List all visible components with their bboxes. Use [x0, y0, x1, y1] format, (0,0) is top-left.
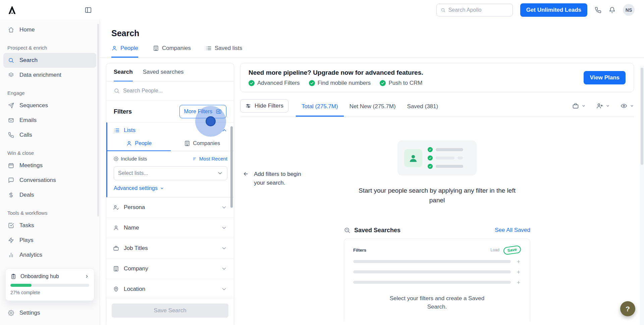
- sidebar-item-sequences[interactable]: Sequences: [3, 98, 96, 113]
- view-plans-button[interactable]: View Plans: [584, 71, 626, 84]
- sidebar-item-meetings[interactable]: Meetings: [3, 158, 96, 173]
- home-icon: [8, 27, 14, 33]
- check-icon: [249, 80, 255, 86]
- sidebar-item-plays[interactable]: Plays: [3, 233, 96, 248]
- sidebar-item-label: Home: [19, 26, 35, 33]
- tab-saved-lists[interactable]: Saved lists: [206, 45, 242, 58]
- select-lists-dropdown[interactable]: Select lists...: [114, 166, 227, 180]
- search-icon: [441, 8, 445, 12]
- sidebar-item-emails[interactable]: Emails: [3, 113, 96, 128]
- notifications-button[interactable]: [609, 7, 615, 13]
- sidebar-item-tasks[interactable]: Tasks: [3, 218, 96, 233]
- page-title: Search: [111, 28, 644, 38]
- check-square-icon: [8, 222, 14, 229]
- global-search-input[interactable]: [448, 7, 508, 13]
- more-filters-button[interactable]: More Filters: [179, 105, 226, 118]
- page-scrollbar-thumb[interactable]: [641, 68, 643, 165]
- tab-companies[interactable]: Companies: [153, 45, 191, 58]
- person-avatar-illustration: [404, 149, 422, 167]
- onboarding-progress-track: [10, 284, 89, 287]
- filter-section-name[interactable]: Name: [106, 218, 234, 238]
- sidebar-item-search[interactable]: Search: [3, 53, 96, 68]
- saved-searches-card[interactable]: Filters Load Save Select your filters an…: [344, 239, 530, 321]
- chevron-right-icon: [85, 274, 89, 279]
- save-search-button[interactable]: Save Search: [112, 304, 228, 318]
- results-toolbar: Hide Filters Total (275.7M) Net New (275…: [240, 97, 634, 117]
- filter-section-persona[interactable]: Persona: [106, 197, 234, 218]
- tab-filter-search[interactable]: Search: [114, 63, 133, 81]
- filter-panel-footer: Save Search: [106, 299, 234, 325]
- tab-total[interactable]: Total (275.7M): [296, 97, 344, 117]
- upgrade-banner: Need more pipeline? Upgrade now for adva…: [240, 63, 634, 92]
- tab-saved-searches[interactable]: Saved searches: [143, 63, 184, 81]
- advanced-settings-link[interactable]: Advanced settings: [107, 180, 234, 197]
- saved-search-icon: [344, 227, 351, 234]
- search-icon: [114, 88, 120, 94]
- saved-searches-header: Saved Searches See All Saved: [344, 227, 530, 234]
- tab-net-new[interactable]: Net New (275.7M): [344, 97, 401, 117]
- list-icon: [206, 45, 212, 51]
- lists-tab-label: Companies: [193, 140, 220, 146]
- sidebar-item-settings[interactable]: Settings: [3, 306, 96, 320]
- global-search[interactable]: [436, 4, 513, 16]
- people-search-input[interactable]: [123, 88, 226, 94]
- filter-panel-scrollbar[interactable]: [230, 126, 233, 208]
- dialer-button[interactable]: [595, 7, 601, 13]
- see-all-saved-link[interactable]: See All Saved: [495, 227, 530, 234]
- help-button[interactable]: ?: [620, 301, 635, 316]
- view-menu-button[interactable]: [621, 103, 634, 109]
- phone-icon: [8, 132, 14, 138]
- people-search-field[interactable]: [106, 81, 234, 101]
- sidebar-item-analytics[interactable]: Analytics: [3, 248, 96, 262]
- lists-tab-people[interactable]: People: [107, 137, 171, 151]
- hide-filters-button[interactable]: Hide Filters: [240, 99, 288, 113]
- arrow-left-icon: [243, 171, 249, 177]
- briefcase-icon: [113, 245, 119, 251]
- panel-open-icon: [216, 109, 222, 115]
- add-people-menu-button[interactable]: [596, 103, 610, 109]
- toolbar-actions: [572, 103, 634, 109]
- filter-panel: Search Saved searches Filters More Filte…: [106, 63, 234, 325]
- mini-filters-label: Filters: [353, 248, 490, 253]
- filter-section-lists-header[interactable]: Lists: [107, 123, 234, 137]
- lists-tab-companies[interactable]: Companies: [171, 137, 234, 151]
- add-filters-hint: Add filters to begin your search.: [243, 170, 313, 187]
- filter-section-company[interactable]: Company: [106, 259, 234, 279]
- filter-section-location[interactable]: Location: [106, 279, 234, 299]
- sidebar-item-calls[interactable]: Calls: [3, 128, 96, 142]
- plus-icon: [516, 280, 521, 285]
- sort-most-recent[interactable]: Most Recent: [193, 156, 227, 161]
- sidebar-item-home[interactable]: Home: [3, 22, 96, 37]
- sidebar-item-deals[interactable]: Deals: [3, 188, 96, 202]
- person-fill-icon: [408, 153, 418, 163]
- sidebar-item-label: Data enrichment: [19, 72, 61, 78]
- onboarding-progress-label: 27% complete: [10, 290, 89, 295]
- saved-card-caption: Select your filters and create a Saved S…: [383, 294, 491, 311]
- export-menu-button[interactable]: [572, 103, 586, 109]
- page-scrollbar[interactable]: [640, 66, 644, 325]
- topbar: Get Unlimited Leads NS: [0, 0, 644, 20]
- sidebar-item-data-enrichment[interactable]: Data enrichment: [3, 68, 96, 82]
- feature-push-crm: Push to CRM: [380, 80, 422, 86]
- filter-section-title: Location: [124, 286, 216, 292]
- tab-people[interactable]: People: [111, 45, 138, 58]
- get-unlimited-leads-button[interactable]: Get Unlimited Leads: [520, 3, 587, 17]
- building-icon: [153, 45, 159, 51]
- sidebar-toggle-icon[interactable]: [85, 6, 92, 14]
- check-icon: [309, 80, 315, 86]
- onboarding-hub-card[interactable]: Onboarding hub 27% complete: [5, 268, 94, 301]
- sidebar-item-conversations[interactable]: Conversations: [3, 173, 96, 188]
- advanced-settings-label: Advanced settings: [114, 185, 158, 191]
- filter-section-job-titles[interactable]: Job Titles: [106, 238, 234, 259]
- topbar-actions: Get Unlimited Leads NS: [436, 3, 644, 17]
- apollo-logo-icon[interactable]: [7, 5, 17, 15]
- zap-icon: [8, 237, 14, 243]
- avatar[interactable]: NS: [623, 4, 635, 16]
- user-icon: [113, 225, 119, 231]
- bar-chart-icon: [8, 252, 14, 258]
- sidebar-scrollbar[interactable]: [97, 24, 99, 216]
- results-area: Need more pipeline? Upgrade now for adva…: [234, 58, 644, 325]
- onboarding-hub-label: Onboarding hub: [20, 273, 80, 279]
- user-check-icon: [113, 204, 119, 210]
- tab-saved[interactable]: Saved (381): [401, 97, 444, 117]
